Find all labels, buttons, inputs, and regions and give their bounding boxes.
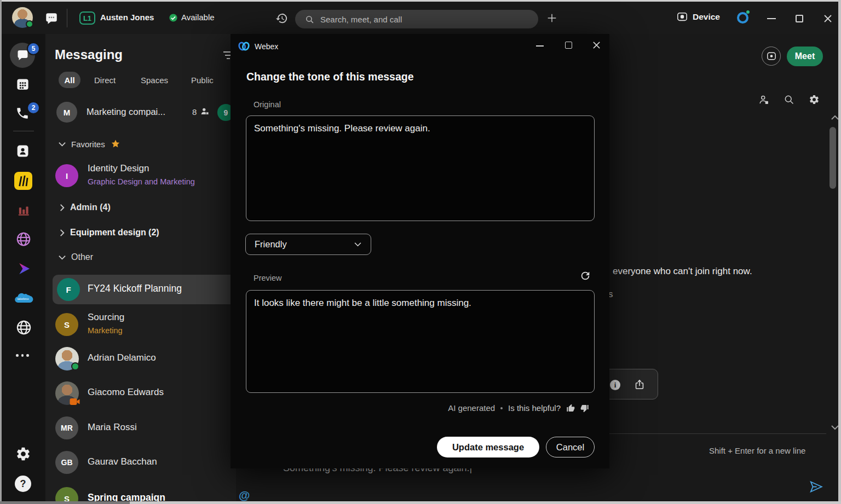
webex-logo-dot <box>746 10 750 14</box>
message-text: everyone who can't join right now. <box>613 266 752 277</box>
search-space-icon[interactable] <box>784 94 794 105</box>
scrollbar-thumb[interactable] <box>830 127 836 189</box>
people-icon <box>199 106 210 117</box>
original-textarea[interactable]: Something's missing. Please review again… <box>246 115 595 221</box>
update-message-button[interactable]: Update message <box>437 437 539 457</box>
titlebar: L1 Austen Jones Available Search, meet, … <box>2 2 838 34</box>
meet-button[interactable]: Meet <box>787 47 823 66</box>
section-other[interactable]: Other <box>59 252 93 262</box>
rail-divider <box>13 131 34 131</box>
dot-separator <box>500 407 503 409</box>
helpful-label: Is this helpful? <box>508 403 561 413</box>
info-icon[interactable]: i <box>610 380 620 390</box>
section-favorites[interactable]: Favorites <box>59 139 120 149</box>
preview-textarea[interactable]: It looks like there might be a little so… <box>246 290 595 393</box>
search-placeholder: Search, meet, and call <box>320 15 402 24</box>
list-item-identity-design[interactable]: I Identity Design Graphic Design and Mar… <box>45 161 236 192</box>
help-icon[interactable]: ? <box>15 476 31 492</box>
analytics-app-icon[interactable] <box>15 202 32 218</box>
thumbs-up-icon[interactable] <box>566 404 575 413</box>
search-icon <box>305 15 314 24</box>
widgets-icon <box>767 51 776 61</box>
media-app-icon[interactable] <box>16 260 32 277</box>
dialog-close-button[interactable] <box>592 41 601 49</box>
participants-icon[interactable] <box>758 94 770 106</box>
calendar-icon[interactable] <box>15 77 30 91</box>
salesforce-icon[interactable]: salesforce <box>14 291 33 305</box>
contacts-icon[interactable] <box>15 143 30 159</box>
user-name[interactable]: Austen Jones <box>100 13 154 22</box>
chevron-right-icon <box>60 204 65 211</box>
section-equipment[interactable]: Equipment design (2) <box>60 228 159 237</box>
dialog-title: Change the tone of this message <box>246 71 414 83</box>
list-item-sourcing[interactable]: S Sourcing Marketing <box>45 309 236 340</box>
chevron-down-icon <box>59 142 66 147</box>
messaging-badge: 5 <box>27 42 40 55</box>
more-apps-icon[interactable] <box>16 354 29 357</box>
list-item-maria[interactable]: MR Maria Rossi <box>45 415 236 444</box>
chevron-right-icon <box>60 229 65 236</box>
web-app-purple-icon[interactable] <box>15 231 32 247</box>
presence-dot <box>26 20 33 28</box>
messaging-panel: Messaging All Direct Spaces Public M Mar… <box>45 34 236 501</box>
preview-label: Preview <box>254 274 282 282</box>
list-item-marketing[interactable]: M Marketing compai... 8 9 <box>45 99 236 127</box>
available-icon <box>169 13 178 22</box>
original-label: Original <box>254 100 281 109</box>
add-button[interactable] <box>546 12 558 24</box>
divider <box>67 9 67 27</box>
settings-icon[interactable] <box>15 446 31 462</box>
svg-text:salesforce: salesforce <box>18 298 29 300</box>
thumbs-down-icon[interactable] <box>580 404 589 413</box>
list-item-gaurav[interactable]: GB Gaurav Bacchan <box>45 450 236 478</box>
device-icon <box>676 11 688 22</box>
device-button[interactable]: Device <box>676 11 720 22</box>
tab-spaces[interactable]: Spaces <box>141 76 168 85</box>
webex-logo-icon[interactable] <box>737 12 748 24</box>
list-item-fy24[interactable]: F FY24 Kickoff Planning <box>53 275 236 304</box>
forward-icon[interactable] <box>633 379 646 391</box>
presence-dot <box>71 362 79 370</box>
web-app-icon[interactable] <box>15 319 32 336</box>
webex-logo-icon <box>237 39 251 53</box>
member-count: 8 <box>192 107 197 117</box>
camera-badge-icon <box>70 398 80 405</box>
calling-badge: 2 <box>27 101 40 114</box>
tab-all[interactable]: All <box>59 72 80 88</box>
close-button[interactable] <box>823 14 832 23</box>
regenerate-icon[interactable] <box>579 270 591 282</box>
widgets-button[interactable] <box>762 47 781 66</box>
star-icon <box>111 139 120 149</box>
miro-icon[interactable] <box>14 172 32 190</box>
ai-footer: AI generated Is this helpful? <box>231 403 589 413</box>
tab-public[interactable]: Public <box>191 76 214 85</box>
compose-divider <box>608 433 826 434</box>
history-icon[interactable] <box>275 12 288 25</box>
newline-hint: Shift + Enter for a new line <box>709 446 824 455</box>
maximize-button[interactable] <box>796 15 803 22</box>
section-admin[interactable]: Admin (4) <box>60 202 111 212</box>
cancel-button[interactable]: Cancel <box>546 437 595 457</box>
dialog-maximize-button[interactable] <box>565 42 572 49</box>
tone-dialog: Webex Change the tone of this message Or… <box>231 34 609 468</box>
ai-generated-label: AI generated <box>448 403 495 413</box>
dialog-app-name: Webex <box>255 42 278 51</box>
search-input[interactable]: Search, meet, and call <box>295 10 538 28</box>
list-item-giacomo[interactable]: Giacomo Edwards <box>45 380 236 409</box>
space-settings-icon[interactable] <box>809 94 820 105</box>
minimize-button[interactable] <box>767 18 776 19</box>
list-item-adrian[interactable]: Adrian Delamico <box>45 346 236 374</box>
window-frame-top <box>0 0 841 2</box>
status-bubble-icon[interactable] <box>44 11 59 26</box>
mention-icon[interactable]: @ <box>239 489 250 502</box>
level-badge: L1 <box>79 11 95 25</box>
chevron-down-icon <box>354 242 362 247</box>
panel-title: Messaging <box>55 47 123 62</box>
chevron-down-icon <box>59 255 66 260</box>
tone-select[interactable]: Friendly <box>245 234 371 255</box>
send-icon[interactable] <box>809 479 823 494</box>
tab-direct[interactable]: Direct <box>94 76 116 85</box>
window-frame-left <box>0 0 2 504</box>
dialog-minimize-button[interactable] <box>536 45 544 47</box>
status-label[interactable]: Available <box>181 13 215 22</box>
